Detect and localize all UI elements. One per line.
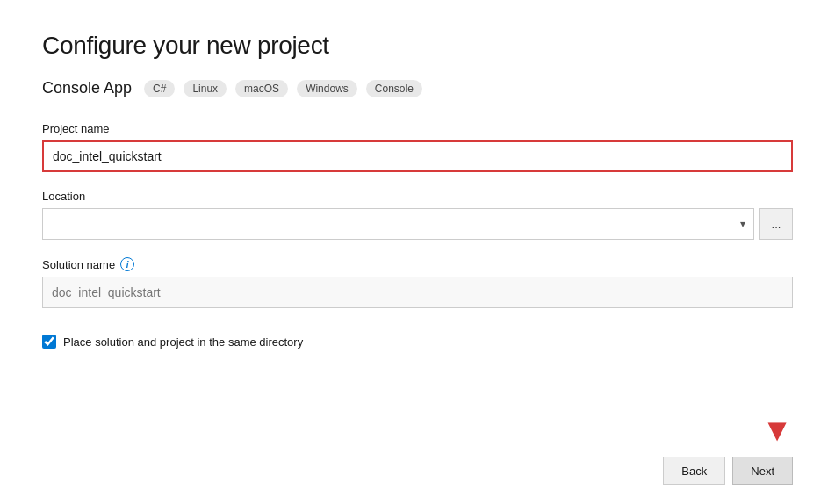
solution-name-section: Solution name i [42, 257, 793, 308]
page-title: Configure your new project [42, 32, 793, 60]
next-button[interactable]: Next [732, 457, 793, 485]
location-row: ▾ ... [42, 208, 793, 240]
red-arrow-icon: ▼ [761, 414, 793, 446]
project-name-input[interactable] [42, 140, 793, 172]
same-directory-checkbox[interactable] [42, 335, 56, 349]
project-name-section: Project name [42, 122, 793, 172]
location-section: Location ▾ ... [42, 190, 793, 240]
tag-linux: Linux [184, 80, 227, 97]
solution-name-input[interactable] [42, 277, 793, 308]
location-label: Location [42, 190, 793, 203]
tag-windows: Windows [297, 80, 357, 97]
tag-console: Console [366, 80, 422, 97]
configure-project-dialog: Configure your new project Console App C… [0, 0, 835, 504]
project-name-label: Project name [42, 122, 793, 135]
solution-name-label: Solution name i [42, 257, 793, 271]
same-directory-label: Place solution and project in the same d… [63, 335, 303, 349]
location-select[interactable] [42, 208, 754, 240]
project-type-name: Console App [42, 79, 132, 97]
footer-buttons: Back Next [663, 457, 793, 485]
back-button[interactable]: Back [663, 457, 725, 485]
solution-name-info-icon[interactable]: i [120, 257, 134, 271]
tag-macos: macOS [235, 80, 288, 97]
tag-csharp: C# [144, 80, 175, 97]
project-type-row: Console App C# Linux macOS Windows Conso… [42, 79, 793, 97]
browse-button[interactable]: ... [759, 208, 793, 240]
same-directory-row: Place solution and project in the same d… [42, 335, 793, 349]
location-select-wrapper: ▾ [42, 208, 754, 240]
